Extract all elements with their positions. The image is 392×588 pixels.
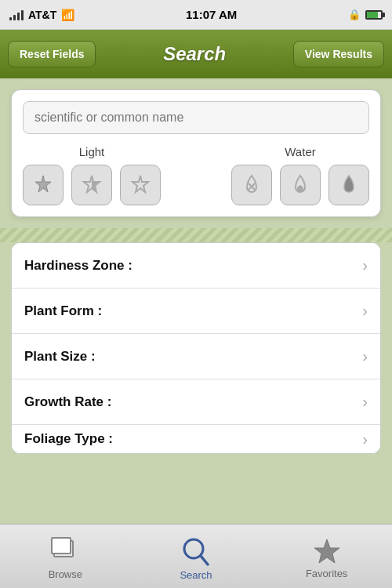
growth-rate-item[interactable]: Growth Rate : ›	[12, 379, 380, 425]
light-icon-shade[interactable]	[120, 165, 161, 205]
tab-search[interactable]: Search	[131, 532, 260, 581]
plant-form-label: Plant Form :	[24, 303, 102, 319]
light-icon-full-sun[interactable]	[23, 165, 64, 205]
view-results-button[interactable]: View Results	[293, 41, 384, 67]
time-label: 11:07 AM	[186, 8, 237, 21]
tab-favorites[interactable]: Favorites	[262, 533, 391, 579]
status-left: AT&T 📶	[9, 9, 74, 21]
chevron-right-icon: ›	[362, 302, 368, 320]
browse-icon	[51, 537, 79, 565]
main-content: Light	[0, 78, 392, 524]
header: Reset Fields Search View Results	[0, 30, 392, 78]
tab-browse-label: Browse	[49, 568, 82, 580]
hardiness-zone-label: Hardiness Zone :	[24, 258, 132, 274]
status-right: 🔒	[348, 9, 383, 20]
tab-browse[interactable]: Browse	[1, 532, 130, 580]
water-drop-x-icon	[242, 174, 261, 196]
filter-list: Hardiness Zone : › Plant Form : › Plant …	[11, 242, 381, 454]
plant-name-input[interactable]	[23, 101, 369, 134]
water-drop-half-icon	[291, 174, 310, 196]
water-drop-full-icon	[339, 174, 358, 196]
shade-icon	[129, 174, 151, 196]
chevron-right-icon: ›	[362, 430, 368, 448]
reset-fields-button[interactable]: Reset Fields	[8, 41, 96, 67]
svg-marker-0	[35, 176, 51, 192]
filter-row: Light	[23, 145, 369, 205]
foliage-type-item[interactable]: Foliage Type : ›	[12, 425, 380, 453]
lock-icon: 🔒	[348, 9, 361, 20]
water-label: Water	[285, 145, 315, 158]
carrier-label: AT&T	[28, 9, 56, 21]
tab-bar: Browse Search Favorites	[0, 524, 392, 588]
water-filter-group: Water	[231, 145, 369, 205]
water-icons	[231, 165, 369, 205]
part-sun-icon	[81, 174, 103, 196]
battery-icon	[365, 10, 383, 20]
tab-favorites-label: Favorites	[306, 568, 347, 579]
hardiness-zone-item[interactable]: Hardiness Zone : ›	[12, 243, 380, 289]
search-magnifier-icon	[181, 536, 211, 569]
section-spacer	[0, 228, 392, 242]
chevron-right-icon: ›	[362, 347, 368, 365]
svg-marker-3	[132, 176, 148, 192]
light-filter-group: Light	[23, 145, 161, 205]
page-title: Search	[163, 43, 226, 65]
full-sun-icon	[32, 174, 54, 196]
plant-size-item[interactable]: Plant Size : ›	[12, 334, 380, 379]
chevron-right-icon: ›	[362, 256, 368, 274]
svg-marker-8	[314, 539, 339, 563]
status-bar: AT&T 📶 11:07 AM 🔒	[0, 0, 392, 30]
growth-rate-label: Growth Rate :	[24, 394, 111, 410]
svg-line-7	[201, 556, 208, 564]
water-icon-high[interactable]	[328, 165, 369, 205]
wifi-icon: 📶	[61, 9, 74, 21]
tab-search-label: Search	[180, 569, 212, 581]
water-icon-low[interactable]	[231, 165, 272, 205]
light-icons	[23, 165, 161, 205]
foliage-type-label: Foliage Type :	[24, 431, 113, 447]
chevron-right-icon: ›	[362, 393, 368, 411]
water-icon-medium[interactable]	[280, 165, 321, 205]
plant-form-item[interactable]: Plant Form : ›	[12, 289, 380, 334]
signal-icon	[9, 9, 24, 20]
plant-size-label: Plant Size :	[24, 349, 96, 365]
search-tab-icon	[181, 536, 211, 566]
light-label: Light	[79, 145, 105, 158]
star-icon	[313, 538, 341, 564]
search-card: Light	[11, 89, 381, 217]
light-icon-part-sun[interactable]	[71, 165, 112, 205]
